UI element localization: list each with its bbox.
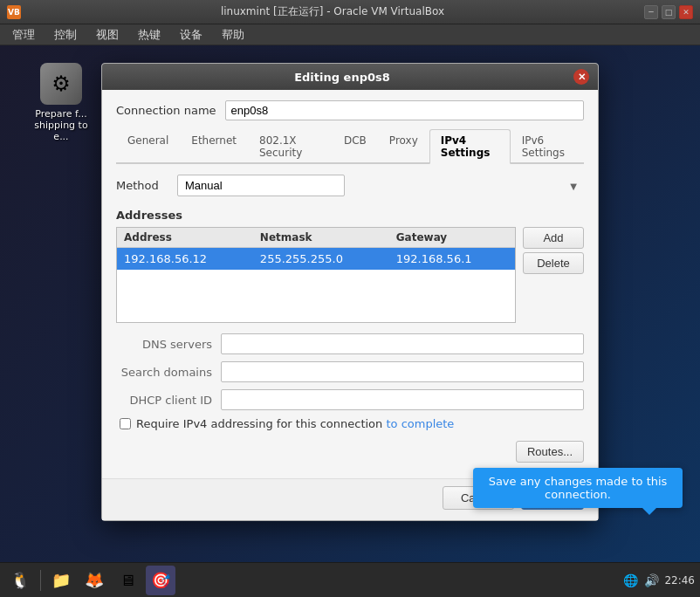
dns-row: DNS servers <box>116 333 584 354</box>
taskbar-terminal[interactable]: 🖥 <box>113 566 142 595</box>
menu-help[interactable]: 帮助 <box>213 25 253 45</box>
dhcp-label: DHCP client ID <box>116 394 212 407</box>
editing-dialog: Editing enp0s8 ✕ Connection name General… <box>101 63 599 521</box>
title-bar: VB linuxmint [正在运行] - Oracle VM VirtualB… <box>0 0 700 24</box>
tabs-bar: General Ethernet 802.1X Security DCB Pro… <box>116 129 584 164</box>
tab-8021x[interactable]: 802.1X Security <box>248 129 333 164</box>
taskbar-start[interactable]: 🐧 <box>5 566 35 595</box>
dhcp-row: DHCP client ID <box>116 389 584 410</box>
connection-name-input[interactable] <box>225 100 584 120</box>
main-content: ⚙ Prepare f...shipping to e... Editing e… <box>0 45 700 562</box>
taskbar-time: 22:46 <box>664 574 695 587</box>
taskbar-right: 🌐 🔊 22:46 <box>622 573 695 588</box>
table-row-empty <box>117 270 515 322</box>
require-checkbox[interactable] <box>120 418 131 429</box>
menu-control[interactable]: 控制 <box>45 25 86 45</box>
routes-row: Routes... <box>116 441 584 463</box>
dhcp-input[interactable] <box>221 389 584 410</box>
taskbar-files[interactable]: 📁 <box>46 566 76 595</box>
cell-address: 192.168.56.12 <box>117 248 253 271</box>
method-label: Method <box>116 179 168 192</box>
add-button[interactable]: Add <box>523 227 584 249</box>
title-bar-controls: ─ □ ✕ <box>644 5 693 19</box>
maximize-button[interactable]: □ <box>662 5 676 19</box>
dns-input[interactable] <box>221 333 584 354</box>
taskbar-separator-1 <box>40 570 41 591</box>
cell-gateway: 192.168.56.1 <box>389 248 515 271</box>
require-checkbox-row: Require IPv4 addressing for this connect… <box>120 417 584 430</box>
tab-ipv6-settings[interactable]: IPv6 Settings <box>511 129 584 164</box>
connection-name-row: Connection name <box>116 100 584 120</box>
close-button[interactable]: ✕ <box>679 5 693 19</box>
tab-general[interactable]: General <box>116 129 180 164</box>
addresses-container: Address Netmask Gateway 192.168.56.12 25… <box>116 227 584 323</box>
cell-netmask: 255.255.255.0 <box>253 248 389 271</box>
menu-hotkey[interactable]: 热键 <box>129 25 169 45</box>
require-link[interactable]: to complete <box>386 417 454 430</box>
volume-icon[interactable]: 🔊 <box>643 573 659 588</box>
dialog-title-bar: Editing enp0s8 ✕ <box>102 64 598 90</box>
connection-name-label: Connection name <box>116 104 216 117</box>
address-buttons: Add Delete <box>523 227 584 323</box>
table-row[interactable]: 192.168.56.12 255.255.255.0 192.168.56.1 <box>117 248 515 271</box>
col-header-gateway: Gateway <box>389 228 515 248</box>
menu-view[interactable]: 视图 <box>87 25 127 45</box>
dialog-close-button[interactable]: ✕ <box>573 69 589 85</box>
addresses-section-label: Addresses <box>116 209 584 222</box>
taskbar: 🐧 📁 🦊 🖥 🎯 🌐 🔊 22:46 <box>0 562 700 597</box>
tab-dcb[interactable]: DCB <box>333 129 378 164</box>
addresses-table: Address Netmask Gateway 192.168.56.12 25… <box>117 228 515 322</box>
taskbar-firefox[interactable]: 🦊 <box>79 566 109 595</box>
dns-label: DNS servers <box>116 338 212 351</box>
dialog-title: Editing enp0s8 <box>111 71 573 84</box>
dialog-body: Connection name General Ethernet 802.1X … <box>102 90 598 478</box>
search-domains-row: Search domains <box>116 361 584 382</box>
title-bar-text: linuxmint [正在运行] - Oracle VM VirtualBox <box>26 4 639 19</box>
delete-button[interactable]: Delete <box>523 252 584 274</box>
method-select[interactable]: Manual Automatic (DHCP) Link-Local Only … <box>177 175 345 196</box>
col-header-netmask: Netmask <box>253 228 389 248</box>
search-domains-input[interactable] <box>221 361 584 382</box>
menu-bar: 管理 控制 视图 热键 设备 帮助 <box>0 24 700 45</box>
tab-ethernet[interactable]: Ethernet <box>180 129 248 164</box>
menu-manage[interactable]: 管理 <box>3 25 44 45</box>
menu-devices[interactable]: 设备 <box>171 25 211 45</box>
require-label: Require IPv4 addressing for this connect… <box>136 417 454 430</box>
search-domains-label: Search domains <box>116 366 212 379</box>
tab-ipv4-settings[interactable]: IPv4 Settings <box>429 129 511 164</box>
method-row: Method Manual Automatic (DHCP) Link-Loca… <box>116 175 584 196</box>
addresses-table-wrapper: Address Netmask Gateway 192.168.56.12 25… <box>116 227 516 323</box>
minimize-button[interactable]: ─ <box>644 5 658 19</box>
routes-button[interactable]: Routes... <box>516 441 584 463</box>
virtualbox-window: VB linuxmint [正在运行] - Oracle VM VirtualB… <box>0 0 700 597</box>
method-select-wrapper: Manual Automatic (DHCP) Link-Local Only … <box>177 175 584 196</box>
tab-proxy[interactable]: Proxy <box>378 129 429 164</box>
dialog-backdrop: Editing enp0s8 ✕ Connection name General… <box>0 45 700 562</box>
col-header-address: Address <box>117 228 253 248</box>
taskbar-app4[interactable]: 🎯 <box>146 566 175 595</box>
vbox-icon: VB <box>7 5 21 19</box>
tooltip-box: Save any changes made to this connection… <box>473 468 683 508</box>
network-icon[interactable]: 🌐 <box>622 573 638 588</box>
